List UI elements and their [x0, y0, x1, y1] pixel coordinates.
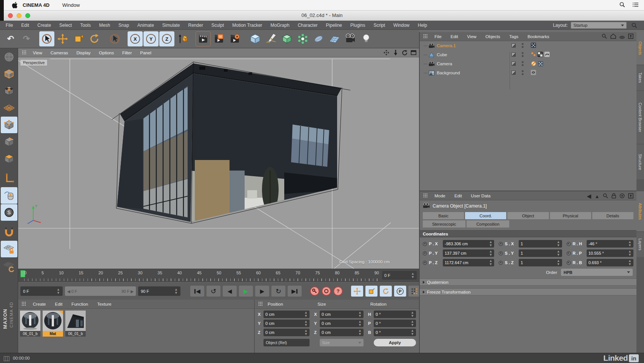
- stepper-icon[interactable]: ▲▼: [358, 311, 362, 318]
- preview-range-slider[interactable]: ◀ 0 F90 F ▶: [65, 286, 136, 296]
- visibility-dots[interactable]: [522, 43, 524, 48]
- light-button[interactable]: [359, 31, 374, 46]
- apply-button[interactable]: Apply: [374, 339, 416, 346]
- minimize-window-button[interactable]: [17, 13, 22, 18]
- stepper-icon[interactable]: ▲▼: [489, 240, 492, 247]
- visibility-dots[interactable]: [522, 52, 524, 57]
- material-item-selected[interactable]: Mat: [43, 311, 63, 337]
- viewport-menu-item[interactable]: Panel: [136, 51, 155, 55]
- object-row-camera[interactable]: Camera: [420, 59, 636, 68]
- layer-color-chip[interactable]: [512, 62, 516, 66]
- current-frame-input[interactable]: 0 F▲▼: [20, 286, 63, 296]
- attribute-value-field[interactable]: 1▲▼: [519, 240, 562, 248]
- apple-icon[interactable]: [12, 2, 18, 9]
- material-item[interactable]: 06_01_b: [65, 311, 86, 337]
- add-primitive-cube-button[interactable]: [248, 31, 263, 46]
- object-manager-menu-item[interactable]: Objects: [481, 34, 504, 39]
- app-menu-item[interactable]: Tools: [76, 23, 95, 28]
- camera-object-icon[interactable]: [428, 61, 435, 66]
- viewport-scene[interactable]: Y: [18, 57, 419, 269]
- app-menu-item[interactable]: Script: [369, 23, 389, 28]
- om-home-icon[interactable]: [610, 34, 616, 40]
- timeline-ruler[interactable]: 051015202530354045505560657075808590 0 F…: [18, 269, 419, 282]
- stepper-icon[interactable]: ▲▼: [628, 259, 632, 266]
- attribute-value-field[interactable]: -46 °▲▼: [587, 240, 633, 248]
- stepper-icon[interactable]: ▲▼: [304, 320, 308, 327]
- axis-mode-button[interactable]: [1, 170, 17, 187]
- viewport-toggle-icon[interactable]: [410, 49, 417, 56]
- app-menu-item[interactable]: Sculpt: [207, 23, 228, 28]
- app-menu-item[interactable]: Help: [414, 23, 431, 28]
- lock-workplane-button[interactable]: [1, 241, 17, 257]
- panel-drag-handle-icon[interactable]: [258, 301, 263, 306]
- viewport-rotate-icon[interactable]: [401, 49, 408, 56]
- stepper-icon[interactable]: ▲▼: [358, 329, 362, 336]
- size-mode-dropdown[interactable]: Size: [320, 339, 364, 346]
- app-menu-item[interactable]: Window: [389, 23, 414, 28]
- target-tag-icon[interactable]: [531, 43, 536, 49]
- protection-tag-icon[interactable]: [531, 61, 536, 67]
- attribute-value-field[interactable]: 10.555 °▲▼: [587, 249, 633, 257]
- material-menu-item[interactable]: Edit: [51, 302, 67, 306]
- object-name[interactable]: Camera: [437, 62, 452, 66]
- render-view-button[interactable]: [196, 31, 211, 46]
- visibility-dots[interactable]: [522, 61, 524, 66]
- app-menu-item[interactable]: Motion Tracker: [228, 23, 266, 28]
- order-dropdown[interactable]: HPB: [561, 269, 633, 276]
- tab-object[interactable]: Object: [507, 212, 548, 219]
- coordinate-system-button[interactable]: [175, 31, 190, 46]
- attribute-value-field[interactable]: 1▲▼: [519, 259, 562, 266]
- attribute-value-field[interactable]: 1172.647 cm▲▼: [443, 259, 494, 266]
- cube-object-icon[interactable]: [428, 52, 435, 58]
- stepper-icon[interactable]: ▲▼: [57, 288, 60, 295]
- polygons-mode-button[interactable]: [1, 151, 17, 167]
- keyframe-circle-icon[interactable]: [423, 242, 427, 246]
- spotlight-search-icon[interactable]: [619, 2, 625, 9]
- end-frame-input[interactable]: 90 F▲▼: [138, 286, 180, 296]
- stepper-icon[interactable]: ▲▼: [304, 329, 308, 336]
- stepper-icon[interactable]: ▲▼: [628, 240, 632, 247]
- last-used-tool[interactable]: [107, 31, 122, 46]
- lock-y-axis-button[interactable]: Y: [143, 31, 159, 46]
- app-menu-item[interactable]: Render: [184, 23, 207, 28]
- make-editable-button[interactable]: [1, 49, 17, 65]
- display-tag-icon[interactable]: [531, 52, 536, 58]
- close-window-button[interactable]: [8, 13, 13, 18]
- coordinates-section-header[interactable]: Coordinates: [420, 230, 636, 237]
- previous-frame-button[interactable]: ◀: [223, 286, 237, 297]
- record-keyframe-button[interactable]: [310, 286, 319, 296]
- tab-content-browser[interactable]: Content Browser: [636, 91, 644, 144]
- viewport-menu-item[interactable]: Cameras: [47, 51, 72, 55]
- viewport-menu-item[interactable]: Display: [72, 51, 94, 55]
- app-menu-item[interactable]: Snap: [114, 23, 133, 28]
- app-menu-item[interactable]: Select: [55, 23, 76, 28]
- om-scroll-to-active-icon[interactable]: [628, 34, 633, 40]
- position-value-field[interactable]: 0 cm▲▼: [263, 311, 310, 318]
- undo-button[interactable]: ↶: [3, 31, 18, 46]
- object-row-cube[interactable]: Cube: [420, 50, 636, 59]
- lock-z-axis-button[interactable]: Z: [159, 31, 174, 46]
- render-picture-viewer-button[interactable]: [211, 31, 226, 46]
- stepper-icon[interactable]: ▲▼: [557, 259, 560, 266]
- attribute-menu-item[interactable]: User Data: [467, 194, 495, 198]
- key-rotation-button[interactable]: [380, 286, 392, 297]
- scale-tool[interactable]: [71, 31, 86, 46]
- tab-coord[interactable]: Coord.: [465, 212, 506, 219]
- panel-drag-handle-icon[interactable]: [423, 34, 428, 39]
- stepper-icon[interactable]: ▲▼: [628, 250, 632, 257]
- simulate-button[interactable]: [311, 31, 326, 46]
- app-menu-item[interactable]: Simulate: [158, 23, 184, 28]
- material-name[interactable]: 06_01_b: [65, 331, 86, 337]
- add-spline-pen-button[interactable]: [263, 31, 279, 46]
- attribute-value-field[interactable]: 1▲▼: [519, 249, 562, 257]
- redo-button[interactable]: ↷: [19, 31, 34, 46]
- material-name[interactable]: 06_01_b: [20, 331, 40, 337]
- compositing-tag-icon[interactable]: [531, 70, 536, 76]
- edges-mode-button[interactable]: [1, 134, 17, 150]
- app-menu-item[interactable]: MoGraph: [267, 23, 294, 28]
- material-menu-item[interactable]: Function: [67, 302, 92, 306]
- tab-structure[interactable]: Structure: [636, 145, 644, 179]
- stepper-icon[interactable]: ▲▼: [489, 259, 492, 266]
- history-back-icon[interactable]: ◀: [587, 193, 592, 200]
- mac-menu-window[interactable]: Window: [62, 2, 80, 8]
